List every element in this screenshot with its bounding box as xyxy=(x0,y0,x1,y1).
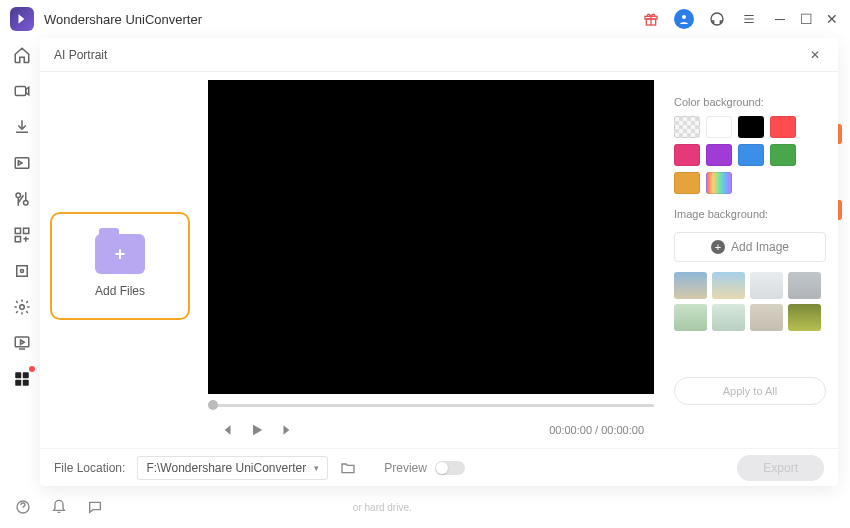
close-panel-button[interactable]: ✕ xyxy=(806,46,824,64)
options-column: Color background: Image background: + Ad… xyxy=(662,72,838,448)
bg-image-5[interactable] xyxy=(674,304,707,331)
sidebar-video-icon[interactable] xyxy=(11,80,33,102)
color-pink[interactable] xyxy=(674,144,700,166)
sidebar-edit-icon[interactable] xyxy=(11,188,33,210)
menu-icon[interactable] xyxy=(740,10,758,28)
bg-image-3[interactable] xyxy=(750,272,783,299)
plus-icon: + xyxy=(711,240,725,254)
svg-rect-17 xyxy=(15,380,21,386)
file-location-select[interactable]: F:\Wondershare UniConverter ▾ xyxy=(137,456,328,480)
svg-rect-14 xyxy=(15,337,29,347)
sidebar-merge-icon[interactable] xyxy=(11,224,33,246)
svg-rect-9 xyxy=(24,228,29,233)
svg-point-6 xyxy=(16,193,21,198)
apply-all-button[interactable]: Apply to All xyxy=(674,377,826,405)
image-bg-label: Image background: xyxy=(674,208,826,220)
chevron-down-icon: ▾ xyxy=(314,463,319,473)
time-display: 00:00:00 / 00:00:00 xyxy=(549,424,644,436)
add-image-button[interactable]: + Add Image xyxy=(674,232,826,262)
panel-footer: File Location: F:\Wondershare UniConvert… xyxy=(40,448,838,486)
sidebar-compress-icon[interactable] xyxy=(11,152,33,174)
help-icon[interactable] xyxy=(14,498,32,516)
color-transparent[interactable] xyxy=(674,116,700,138)
support-icon[interactable] xyxy=(708,10,726,28)
bg-image-4[interactable] xyxy=(788,272,821,299)
svg-rect-16 xyxy=(23,372,29,378)
file-column: Add Files xyxy=(40,72,200,448)
bg-hint-1: or hard drive. xyxy=(353,502,412,513)
preview-toggle[interactable] xyxy=(435,461,465,475)
color-bg-label: Color background: xyxy=(674,96,826,108)
scrub-handle[interactable] xyxy=(208,400,218,410)
app-logo xyxy=(10,7,34,31)
maximize-button[interactable]: ☐ xyxy=(798,11,814,27)
color-white[interactable] xyxy=(706,116,732,138)
export-button[interactable]: Export xyxy=(737,455,824,481)
panel-title: AI Portrait xyxy=(54,48,107,62)
export-label: Export xyxy=(763,461,798,475)
add-files-label: Add Files xyxy=(95,284,145,298)
svg-rect-11 xyxy=(17,266,28,277)
next-frame-button[interactable] xyxy=(278,421,296,439)
color-rainbow[interactable] xyxy=(706,172,732,194)
sidebar-download-icon[interactable] xyxy=(11,116,33,138)
svg-point-3 xyxy=(711,13,723,25)
sidebar-settings-icon[interactable] xyxy=(11,296,33,318)
chat-icon[interactable] xyxy=(86,498,104,516)
preview-label: Preview xyxy=(384,461,427,475)
color-green[interactable] xyxy=(770,144,796,166)
titlebar: Wondershare UniConverter ─ ☐ ✕ xyxy=(0,0,850,38)
image-grid xyxy=(674,272,826,331)
svg-point-12 xyxy=(21,270,24,273)
sidebar-crop-icon[interactable] xyxy=(11,260,33,282)
ai-portrait-panel: AI Portrait ✕ Add Files 00:00:00 / 00:00… xyxy=(40,38,838,486)
bg-image-1[interactable] xyxy=(674,272,707,299)
svg-rect-18 xyxy=(23,380,29,386)
sidebar xyxy=(0,38,44,528)
file-location-label: File Location: xyxy=(54,461,125,475)
svg-point-13 xyxy=(20,305,25,310)
minimize-button[interactable]: ─ xyxy=(772,11,788,27)
play-button[interactable] xyxy=(248,421,266,439)
folder-plus-icon xyxy=(95,234,145,274)
panel-header: AI Portrait ✕ xyxy=(40,38,838,72)
bottom-tray: or hard drive. xyxy=(0,486,850,528)
sidebar-toolbox-icon[interactable] xyxy=(11,368,33,390)
bell-icon[interactable] xyxy=(50,498,68,516)
bg-image-8[interactable] xyxy=(788,304,821,331)
color-red[interactable] xyxy=(770,116,796,138)
sidebar-home-icon[interactable] xyxy=(11,44,33,66)
color-purple[interactable] xyxy=(706,144,732,166)
user-avatar-icon[interactable] xyxy=(674,9,694,29)
close-window-button[interactable]: ✕ xyxy=(824,11,840,27)
file-location-value: F:\Wondershare UniConverter xyxy=(146,461,306,475)
add-files-button[interactable]: Add Files xyxy=(50,212,190,320)
add-image-label: Add Image xyxy=(731,240,789,254)
open-folder-button[interactable] xyxy=(340,460,356,476)
svg-rect-8 xyxy=(15,228,20,233)
sidebar-player-icon[interactable] xyxy=(11,332,33,354)
bg-image-6[interactable] xyxy=(712,304,745,331)
color-orange[interactable] xyxy=(674,172,700,194)
apply-all-label: Apply to All xyxy=(723,385,777,397)
bg-image-2[interactable] xyxy=(712,272,745,299)
bg-image-7[interactable] xyxy=(750,304,783,331)
video-preview[interactable] xyxy=(208,80,654,394)
svg-rect-10 xyxy=(15,237,20,242)
player-controls: 00:00:00 / 00:00:00 xyxy=(208,412,654,448)
svg-rect-15 xyxy=(15,372,21,378)
color-black[interactable] xyxy=(738,116,764,138)
scrub-bar[interactable] xyxy=(208,398,654,412)
gift-icon[interactable] xyxy=(642,10,660,28)
app-title: Wondershare UniConverter xyxy=(44,12,202,27)
prev-frame-button[interactable] xyxy=(218,421,236,439)
svg-point-7 xyxy=(24,201,29,206)
svg-point-2 xyxy=(682,15,686,19)
color-blue[interactable] xyxy=(738,144,764,166)
color-grid xyxy=(674,116,826,194)
preview-column: 00:00:00 / 00:00:00 xyxy=(200,72,662,448)
svg-rect-4 xyxy=(15,87,26,96)
